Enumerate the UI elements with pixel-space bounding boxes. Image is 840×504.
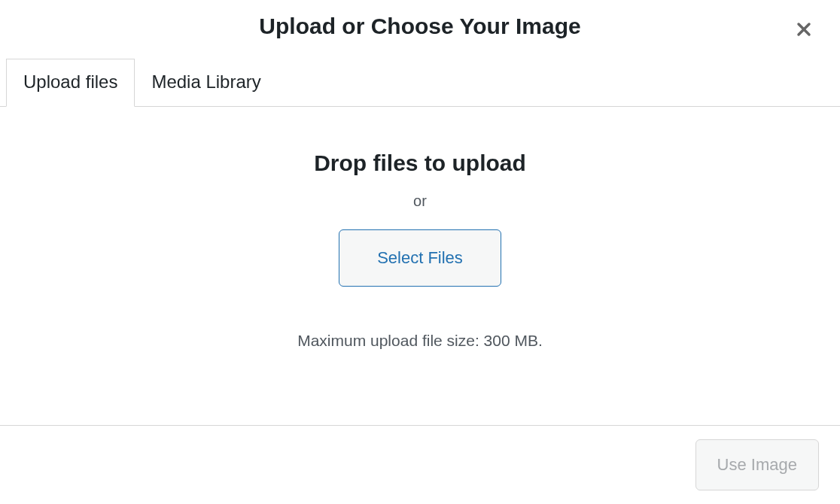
drop-files-heading: Drop files to upload — [0, 150, 840, 176]
use-image-button[interactable]: Use Image — [695, 439, 819, 490]
modal-footer: Use Image — [0, 425, 840, 504]
upload-area: Drop files to upload or Select Files Max… — [0, 107, 840, 380]
select-files-button[interactable]: Select Files — [339, 229, 501, 287]
tab-media-library[interactable]: Media Library — [135, 59, 277, 106]
tab-bar: Upload files Media Library — [0, 59, 840, 107]
or-text: or — [0, 193, 840, 210]
modal-title: Upload or Choose Your Image — [0, 14, 840, 39]
close-button[interactable] — [793, 20, 814, 41]
max-upload-size-text: Maximum upload file size: 300 MB. — [0, 332, 840, 350]
close-icon — [795, 20, 813, 41]
tab-upload-files[interactable]: Upload files — [6, 59, 135, 107]
modal-header: Upload or Choose Your Image — [0, 0, 840, 59]
